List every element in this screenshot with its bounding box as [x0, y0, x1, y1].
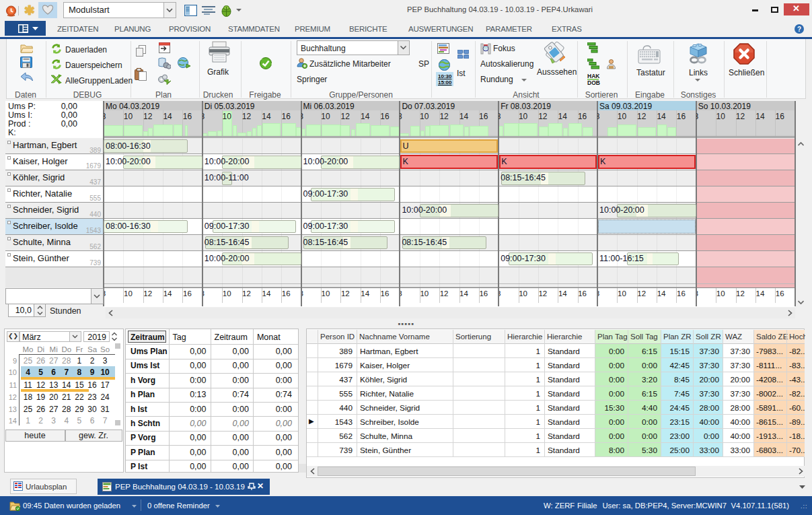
svg-text:?: ? [797, 26, 801, 33]
